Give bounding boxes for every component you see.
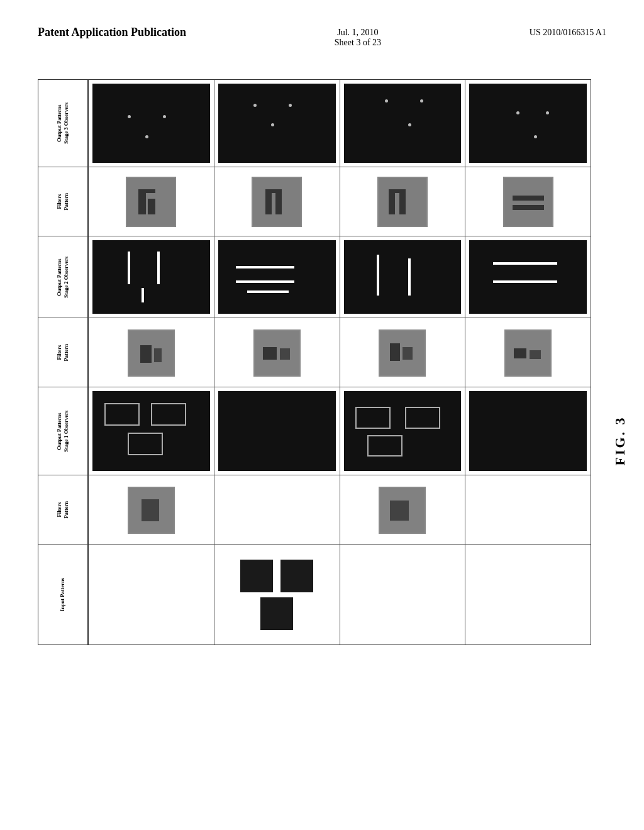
svg-rect-38	[142, 499, 159, 521]
label-input: Input Patterns	[38, 545, 88, 645]
pf-mid-cell-1	[88, 318, 214, 387]
publication-title: Patent Application Publication	[38, 25, 186, 40]
stage1-cell-3	[340, 387, 466, 475]
pf-mid-cell-2	[214, 318, 340, 387]
input-cell-1	[88, 545, 214, 645]
svg-rect-3	[138, 192, 146, 214]
pf-top-cell-1	[88, 167, 214, 236]
svg-rect-14	[399, 192, 406, 214]
diagram-table: Stage 3 ObserversOutput Patterns Pattern…	[38, 79, 591, 802]
pf-top-cell-2	[214, 167, 340, 236]
svg-rect-19	[513, 205, 544, 210]
svg-rect-15	[389, 189, 406, 193]
main-content: Stage 3 ObserversOutput Patterns Pattern…	[0, 60, 644, 821]
svg-rect-31	[402, 347, 413, 360]
svg-rect-22	[140, 345, 152, 363]
label-stage3: Stage 3 ObserversOutput Patterns	[38, 79, 88, 167]
data-grid	[88, 79, 591, 802]
stage1-cell-4	[465, 387, 591, 475]
row-labels: Stage 3 ObserversOutput Patterns Pattern…	[38, 79, 88, 802]
label-stage2: Stage 2 ObserversOutput Patterns	[38, 236, 88, 318]
label-pattern-filters-1b: PatternFilters	[38, 318, 88, 387]
stage3-cell-3	[340, 80, 466, 167]
pf-bot-cell-4	[465, 475, 591, 545]
input-cell-2	[214, 545, 340, 645]
svg-rect-17	[504, 178, 552, 226]
pf-bot-cell-3	[340, 475, 466, 545]
svg-rect-34	[514, 348, 526, 358]
pf-mid-cell-3	[340, 318, 466, 387]
pf-top-cell-4	[465, 167, 591, 236]
stage1-cell-2	[214, 387, 340, 475]
stage2-row	[88, 236, 591, 318]
input-cell-4	[465, 545, 591, 645]
label-pattern-filters-1a: PatternFilters	[38, 475, 88, 545]
svg-rect-23	[154, 348, 162, 362]
pf-mid-cell-4	[465, 318, 591, 387]
stage2-cell-2	[214, 236, 340, 318]
stage3-cell-2	[214, 80, 340, 167]
stage3-cell-1	[88, 80, 214, 167]
pattern-filters-mid-row	[88, 318, 591, 387]
stage2-cell-3	[340, 236, 466, 318]
input-cell-3	[340, 545, 466, 645]
pattern-filters-bot-row	[88, 475, 591, 545]
svg-rect-5	[138, 189, 155, 193]
pf-bot-cell-1	[88, 475, 214, 545]
svg-rect-10	[265, 189, 282, 193]
stage2-cell-4	[465, 236, 591, 318]
svg-rect-27	[280, 348, 290, 360]
label-pattern-filters-2: PatternFilters	[38, 167, 88, 236]
input-row	[88, 545, 591, 645]
stage3-cell-4	[465, 80, 591, 167]
publication-number: US 2010/0166315 A1	[530, 25, 606, 38]
svg-rect-41	[390, 501, 409, 521]
svg-rect-33	[506, 331, 550, 375]
figure-label: FIG. 3	[612, 416, 628, 465]
stage2-cell-1	[88, 236, 214, 318]
svg-rect-29	[380, 331, 425, 375]
pf-top-cell-3	[340, 167, 466, 236]
svg-rect-25	[255, 331, 299, 375]
svg-rect-18	[513, 196, 544, 201]
stage3-row	[88, 79, 591, 167]
publication-date: Jul. 1, 2010 Sheet 3 of 23	[335, 25, 381, 48]
page-header: Patent Application Publication Jul. 1, 2…	[0, 0, 644, 60]
stage1-cell-1	[88, 387, 214, 475]
stage1-row	[88, 387, 591, 475]
svg-rect-4	[148, 199, 155, 214]
svg-rect-26	[263, 347, 277, 360]
svg-rect-30	[390, 343, 400, 361]
svg-rect-35	[530, 350, 541, 359]
pf-bot-cell-2	[214, 475, 340, 545]
label-stage1: Stage 1 ObserversOutput Patterns	[38, 387, 88, 475]
pattern-filters-top-row	[88, 167, 591, 236]
